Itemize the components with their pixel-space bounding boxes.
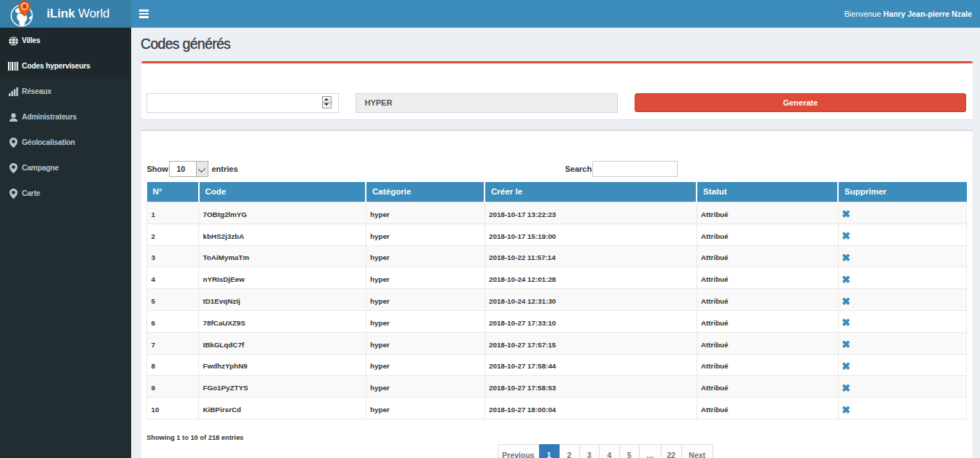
svg-text:$: $ <box>23 4 26 9</box>
